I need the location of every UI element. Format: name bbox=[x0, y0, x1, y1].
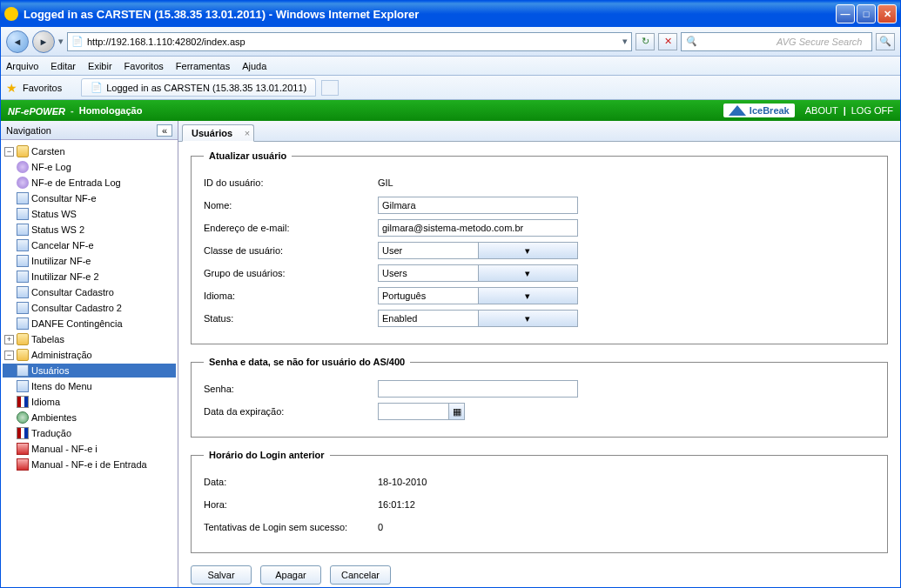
select-classe[interactable]: User▾ bbox=[378, 242, 578, 259]
browser-tab[interactable]: 📄 Logged in as CARSTEN (15.38.35 13.01.2… bbox=[81, 78, 316, 97]
label-tentativas: Tentativas de Login sem sucesso: bbox=[204, 522, 378, 532]
label-grupo: Grupo de usuários: bbox=[204, 268, 378, 278]
tree-item-status-ws2[interactable]: Status WS 2 bbox=[3, 223, 176, 237]
menu-arquivo[interactable]: Arquivo bbox=[6, 61, 38, 71]
menu-exibir[interactable]: Exibir bbox=[88, 61, 112, 71]
tree-item-manual-nfe[interactable]: Manual - NF-e i bbox=[3, 442, 176, 456]
tree-item-carsten[interactable]: −Carsten bbox=[3, 144, 176, 158]
page-icon bbox=[17, 364, 29, 377]
legend-login: Horário do Login anterior bbox=[204, 450, 330, 460]
chevron-down-icon[interactable]: ▾ bbox=[478, 265, 578, 281]
tree-item-nfe-entrada-log[interactable]: NF-e de Entrada Log bbox=[3, 176, 176, 190]
tree-item-usuarios[interactable]: Usuários bbox=[3, 364, 176, 378]
fieldset-login-anterior: Horário do Login anterior Data:18-10-201… bbox=[191, 450, 888, 553]
tree-item-traducao[interactable]: Tradução bbox=[3, 426, 176, 440]
label-hora: Hora: bbox=[204, 499, 378, 510]
tab-label: Usuários bbox=[192, 128, 232, 138]
page-icon bbox=[17, 286, 29, 298]
salvar-button[interactable]: Salvar bbox=[191, 565, 252, 585]
menu-ajuda[interactable]: Ajuda bbox=[242, 61, 266, 71]
url-dropdown-icon[interactable]: ▾ bbox=[622, 36, 628, 47]
favorites-label[interactable]: Favoritos bbox=[23, 83, 62, 93]
forward-button[interactable]: ► bbox=[32, 30, 55, 53]
stop-button[interactable]: ✕ bbox=[658, 33, 677, 50]
fieldset-atualizar-usuario: Atualizar usuário ID do usuário:GIL Nome… bbox=[191, 150, 888, 344]
calendar-icon[interactable]: ▦ bbox=[448, 404, 464, 419]
tree-item-ambientes[interactable]: Ambientes bbox=[3, 411, 176, 424]
label-email: Endereço de e-mail: bbox=[204, 223, 378, 233]
chevron-down-icon[interactable]: ▾ bbox=[478, 288, 578, 304]
label-nome: Nome: bbox=[204, 200, 378, 210]
label-classe: Classe de usuário: bbox=[204, 245, 378, 256]
page-icon bbox=[17, 208, 29, 220]
search-placeholder: AVG Secure Search bbox=[777, 37, 868, 47]
tree-item-administracao[interactable]: −Administração bbox=[3, 348, 176, 362]
chevron-down-icon[interactable]: ▾ bbox=[478, 311, 578, 326]
select-grupo[interactable]: Users▾ bbox=[378, 264, 578, 282]
about-link[interactable]: ABOUT bbox=[805, 105, 838, 116]
sidebar-title: Navigation bbox=[6, 125, 51, 136]
menu-editar[interactable]: Editar bbox=[50, 61, 76, 71]
legend-atualizar: Atualizar usuário bbox=[204, 150, 292, 161]
input-email[interactable] bbox=[378, 219, 578, 237]
input-nome[interactable] bbox=[378, 197, 578, 214]
close-button[interactable]: ✕ bbox=[877, 4, 897, 23]
tree-item-cancelar-nfe[interactable]: Cancelar NF-e bbox=[3, 238, 176, 252]
search-bar[interactable]: 🔍 AVG Secure Search bbox=[681, 32, 872, 51]
tab-page-icon: 📄 bbox=[91, 82, 103, 93]
tree-item-status-ws[interactable]: Status WS bbox=[3, 207, 176, 221]
tree-item-danfe-contingencia[interactable]: DANFE Contingência bbox=[3, 317, 176, 331]
tree-item-tabelas[interactable]: +Tabelas bbox=[3, 332, 176, 346]
search-go-button[interactable]: 🔍 bbox=[876, 33, 895, 50]
fieldset-senha: Senha e data, se não for usuário do AS/4… bbox=[191, 357, 888, 438]
tree-item-nfe-log[interactable]: NF-e Log bbox=[3, 160, 176, 174]
tab-close-icon[interactable]: × bbox=[245, 128, 250, 138]
folder-icon bbox=[17, 333, 29, 345]
window-title: Logged in as CARSTEN (15.38.35 13.01.201… bbox=[24, 8, 836, 21]
menu-favoritos[interactable]: Favoritos bbox=[124, 61, 164, 71]
select-status[interactable]: Enabled▾ bbox=[378, 310, 578, 327]
collapse-sidebar-button[interactable]: « bbox=[157, 124, 172, 137]
chevron-down-icon[interactable]: ▾ bbox=[478, 243, 578, 258]
value-id-usuario: GIL bbox=[378, 177, 393, 188]
maximize-button[interactable]: □ bbox=[857, 4, 876, 23]
sidebar-header: Navigation « bbox=[1, 121, 178, 140]
minimize-button[interactable]: — bbox=[836, 4, 855, 23]
tree-item-consultar-nfe[interactable]: Consultar NF-e bbox=[3, 191, 176, 205]
url-input[interactable] bbox=[87, 37, 619, 47]
logoff-link[interactable]: LOG OFF bbox=[851, 105, 893, 116]
apagar-button[interactable]: Apagar bbox=[260, 565, 321, 585]
page-icon bbox=[17, 317, 29, 330]
tree-item-idioma[interactable]: Idioma bbox=[3, 395, 176, 409]
new-tab-button[interactable] bbox=[321, 80, 339, 96]
select-idioma[interactable]: Português▾ bbox=[378, 287, 578, 304]
window-titlebar: Logged in as CARSTEN (15.38.35 13.01.201… bbox=[1, 1, 900, 27]
tree-item-itens-menu[interactable]: Itens do Menu bbox=[3, 379, 176, 393]
tree-item-manual-nfe-entrada[interactable]: Manual - NF-e i de Entrada bbox=[3, 458, 176, 471]
browser-menubar: Arquivo Editar Exibir Favoritos Ferramen… bbox=[1, 57, 900, 76]
app-env: Homologação bbox=[79, 105, 143, 116]
gear-icon bbox=[17, 177, 29, 189]
nav-dropdown-icon[interactable]: ▾ bbox=[58, 36, 64, 47]
tree-item-inutilizar-nfe[interactable]: Inutilizar NF-e bbox=[3, 254, 176, 268]
back-button[interactable]: ◄ bbox=[6, 30, 29, 53]
address-bar[interactable]: 📄 ▾ bbox=[67, 32, 632, 51]
input-senha[interactable] bbox=[378, 380, 578, 398]
value-hora: 16:01:12 bbox=[378, 499, 415, 510]
gear-icon bbox=[17, 161, 29, 173]
tree-item-inutilizar-nfe2[interactable]: Inutilizar NF-e 2 bbox=[3, 270, 176, 284]
content-area: Usuários × Atualizar usuário ID do usuár… bbox=[178, 121, 900, 587]
tab-usuarios[interactable]: Usuários × bbox=[182, 124, 254, 142]
sidebar: Navigation « −Carsten NF-e Log NF-e de E… bbox=[1, 121, 178, 587]
input-data-expiracao[interactable]: ▦ bbox=[378, 403, 465, 420]
page-icon bbox=[17, 271, 29, 283]
label-senha: Senha: bbox=[204, 384, 378, 394]
favorites-star-icon[interactable]: ★ bbox=[6, 81, 17, 95]
tree-item-consultar-cadastro[interactable]: Consultar Cadastro bbox=[3, 285, 176, 299]
app-brand: NF-ePOWER bbox=[8, 104, 65, 117]
pdf-icon bbox=[17, 458, 29, 471]
refresh-button[interactable]: ↻ bbox=[635, 33, 655, 50]
tree-item-consultar-cadastro2[interactable]: Consultar Cadastro 2 bbox=[3, 301, 176, 315]
menu-ferramentas[interactable]: Ferramentas bbox=[176, 61, 230, 71]
cancelar-button[interactable]: Cancelar bbox=[330, 565, 391, 585]
